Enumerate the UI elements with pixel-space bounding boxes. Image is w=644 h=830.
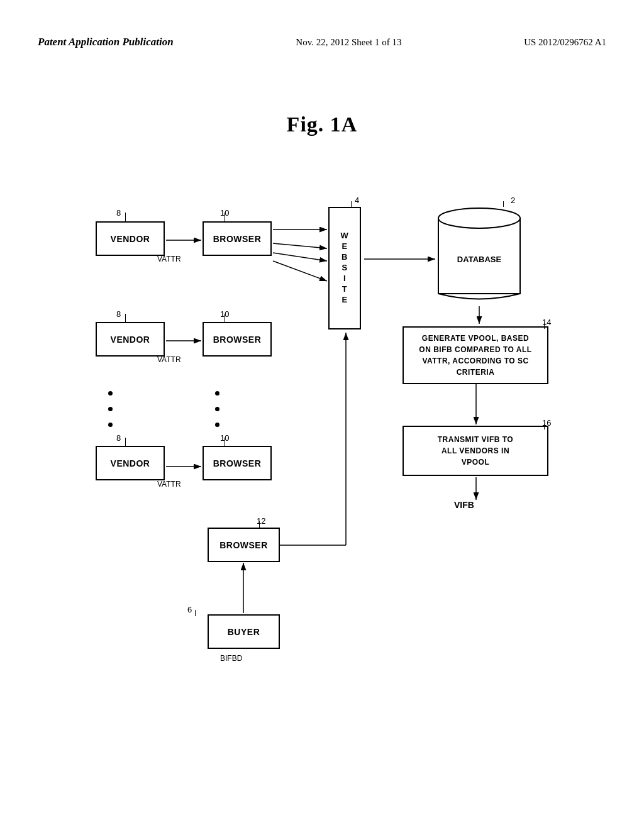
- vifb-label: VIFB: [454, 500, 474, 510]
- svg-line-4: [273, 243, 327, 248]
- vendor3-box: VENDOR: [96, 446, 165, 480]
- vattr2-label: VATTR: [157, 355, 181, 364]
- browser-bottom-box: BROWSER: [208, 528, 280, 562]
- diagram: VENDOR 8 VATTR BROWSER 10 WEBSITE 4: [64, 155, 580, 721]
- vendor1-box: VENDOR: [96, 221, 165, 256]
- bullet-2: [108, 407, 113, 411]
- browser3-box: BROWSER: [203, 446, 272, 480]
- bullet-5: [215, 407, 219, 411]
- transmit-label: TRANSMIT VIFB TOALL VENDORS INVPOOL: [438, 434, 513, 468]
- bifbd-label: BIFBD: [220, 654, 242, 663]
- website-box: WEBSITE: [328, 207, 361, 329]
- browser3-label: BROWSER: [213, 458, 262, 468]
- browser2-label: BROWSER: [213, 335, 262, 345]
- bullet-3: [108, 423, 113, 427]
- bullet-1: [108, 391, 113, 396]
- page: Patent Application Publication Nov. 22, …: [0, 0, 644, 830]
- svg-point-17: [438, 208, 520, 228]
- bullet-6: [215, 423, 219, 427]
- browser-bottom-label: BROWSER: [219, 540, 268, 550]
- patent-number-label: US 2012/0296762 A1: [524, 35, 606, 50]
- generate-box: GENERATE VPOOL, BASEDON BIFB COMPARED TO…: [402, 326, 548, 384]
- ref-6: 6: [187, 605, 192, 614]
- svg-line-5: [273, 253, 327, 261]
- ref-8c: 8: [116, 433, 121, 443]
- header: Patent Application Publication Nov. 22, …: [0, 0, 644, 50]
- ref-12: 12: [257, 516, 265, 526]
- database-cylinder: DATABASE: [435, 202, 523, 306]
- ref-4: 4: [355, 196, 359, 205]
- vattr3-label: VATTR: [157, 480, 181, 489]
- browser1-box: BROWSER: [203, 221, 272, 256]
- generate-label: GENERATE VPOOL, BASEDON BIFB COMPARED TO…: [419, 333, 531, 378]
- vendor2-label: VENDOR: [111, 335, 150, 345]
- vattr1-label: VATTR: [157, 255, 181, 263]
- vendor1-label: VENDOR: [111, 234, 150, 244]
- browser1-label: BROWSER: [213, 234, 262, 244]
- browser2-box: BROWSER: [203, 322, 272, 357]
- ref-8b: 8: [116, 309, 121, 319]
- vendor2-box: VENDOR: [96, 322, 165, 357]
- website-label: WEBSITE: [341, 231, 349, 305]
- svg-text:DATABASE: DATABASE: [457, 255, 502, 264]
- date-sheet-label: Nov. 22, 2012 Sheet 1 of 13: [296, 35, 401, 50]
- ref-2: 2: [511, 196, 515, 205]
- bullet-4: [215, 391, 219, 396]
- buyer-label: BUYER: [228, 627, 260, 637]
- transmit-box: TRANSMIT VIFB TOALL VENDORS INVPOOL: [402, 426, 548, 476]
- publication-label: Patent Application Publication: [38, 35, 174, 50]
- vendor3-label: VENDOR: [111, 458, 150, 468]
- figure-title: Fig. 1A: [0, 113, 644, 136]
- ref-8a: 8: [116, 208, 121, 218]
- buyer-box: BUYER: [208, 614, 280, 649]
- svg-line-6: [273, 261, 327, 281]
